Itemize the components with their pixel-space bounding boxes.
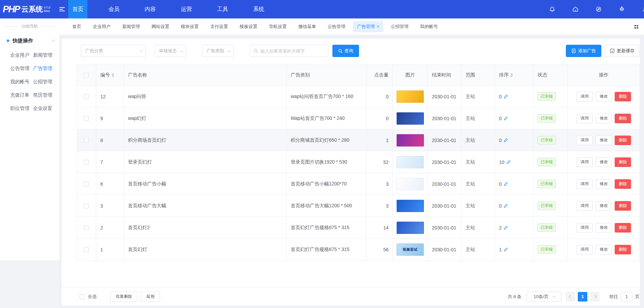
row-checkbox[interactable] xyxy=(84,116,89,121)
footer-select-all-checkbox[interactable] xyxy=(80,294,84,299)
row-checkbox[interactable] xyxy=(84,247,89,252)
page-tab[interactable]: 广告管理× xyxy=(353,21,383,32)
nav-menu-item[interactable]: 系统 xyxy=(249,0,268,18)
compass-icon[interactable] xyxy=(595,6,602,13)
invoke-button[interactable]: 调用 xyxy=(576,179,593,189)
sort-carets-icon[interactable] xyxy=(510,73,513,77)
delete-button[interactable]: 删除 xyxy=(615,201,631,211)
row-checkbox[interactable] xyxy=(84,94,89,99)
quick-link[interactable]: 企业设置 xyxy=(33,106,56,112)
header-id[interactable]: 编号 xyxy=(96,65,124,85)
invoke-button[interactable]: 调用 xyxy=(576,201,593,211)
quick-link[interactable]: 广告管理 xyxy=(33,66,56,72)
collapse-caret-icon[interactable] xyxy=(52,39,55,43)
invoke-button[interactable]: 调用 xyxy=(576,114,593,123)
page-number-current[interactable]: 1 xyxy=(578,292,587,302)
row-checkbox[interactable] xyxy=(84,160,89,165)
header-sort[interactable]: 排序 xyxy=(495,65,533,85)
page-tab[interactable]: 公告管理 xyxy=(324,21,349,32)
page-tab[interactable]: 公招管理 xyxy=(387,21,413,32)
bell-icon[interactable] xyxy=(549,6,556,13)
tab-overflow-grid-icon[interactable] xyxy=(634,25,639,29)
batch-delete-button[interactable]: 批量删除 xyxy=(110,292,138,302)
page-size-select[interactable]: 10条/页 xyxy=(527,292,561,302)
edit-sort-pencil-icon[interactable] xyxy=(504,204,508,208)
nav-menu-item[interactable]: 首页 xyxy=(68,0,87,18)
edit-sort-pencil-icon[interactable] xyxy=(504,94,508,99)
ad-type-select[interactable]: 广告类型 xyxy=(202,45,233,57)
page-tab[interactable]: 导航设置 xyxy=(265,21,291,32)
add-ad-button[interactable]: 添加广告 xyxy=(566,45,601,57)
invoke-button[interactable]: 调用 xyxy=(576,136,593,145)
page-tab[interactable]: 首页 xyxy=(68,21,85,32)
tab-close-icon[interactable]: × xyxy=(377,24,379,29)
edit-sort-pencil-icon[interactable] xyxy=(504,182,508,186)
nav-menu-item[interactable]: 内容 xyxy=(141,0,160,18)
invoke-button[interactable]: 调用 xyxy=(576,92,593,101)
quick-link[interactable]: 公告管理 xyxy=(10,66,33,72)
page-tab[interactable]: 我的帐号 xyxy=(416,21,442,32)
edit-sort-pencil-icon[interactable] xyxy=(504,116,508,121)
page-tab[interactable]: 网站设置 xyxy=(147,21,173,32)
page-tab[interactable]: 企业用户 xyxy=(89,21,115,32)
quick-actions-header[interactable]: 快捷操作 xyxy=(5,38,55,44)
quick-link[interactable]: 充值订单 xyxy=(10,92,33,98)
edit-button[interactable]: 修改 xyxy=(596,136,612,145)
delete-button[interactable]: 删除 xyxy=(615,245,631,254)
page-tab[interactable]: 模块设置 xyxy=(177,21,203,32)
home-icon[interactable] xyxy=(572,6,579,13)
postpone-button[interactable]: 延期 xyxy=(141,292,160,302)
prev-page-button[interactable] xyxy=(566,292,575,302)
quick-link[interactable]: 新闻管理 xyxy=(33,52,56,58)
page-tab[interactable]: 支付设置 xyxy=(206,21,232,32)
query-button[interactable]: 查询 xyxy=(332,45,359,57)
quick-link[interactable]: 职位管理 xyxy=(10,106,33,112)
edit-sort-pencil-icon[interactable] xyxy=(504,225,508,230)
row-checkbox[interactable] xyxy=(84,182,89,186)
nav-menu-item[interactable]: 会员 xyxy=(104,0,124,18)
nav-menu-item[interactable]: 运营 xyxy=(177,0,196,18)
page-tab[interactable]: 新闻管理 xyxy=(118,21,144,32)
brush-icon[interactable] xyxy=(618,6,625,13)
refresh-cache-button[interactable]: 更新缓存 xyxy=(605,45,640,57)
edit-sort-pencil-icon[interactable] xyxy=(504,247,508,252)
edit-button[interactable]: 修改 xyxy=(596,223,612,233)
delete-button[interactable]: 删除 xyxy=(615,114,631,123)
invoke-button[interactable]: 调用 xyxy=(576,245,593,254)
delete-button[interactable]: 删除 xyxy=(615,157,631,167)
edit-button[interactable]: 修改 xyxy=(596,245,612,254)
quick-link[interactable]: 公招管理 xyxy=(33,79,56,85)
goto-page-input[interactable] xyxy=(621,292,632,302)
row-checkbox[interactable] xyxy=(84,204,89,208)
page-tab[interactable]: 模板设置 xyxy=(235,21,261,32)
delete-button[interactable]: 删除 xyxy=(615,136,631,145)
page-tab[interactable]: 微信菜单 xyxy=(294,21,320,32)
edit-button[interactable]: 修改 xyxy=(596,157,612,167)
edit-sort-pencil-icon[interactable] xyxy=(504,138,508,142)
ad-category-select[interactable]: 广告分类 xyxy=(81,45,146,57)
user-icon[interactable] xyxy=(642,6,644,13)
edit-button[interactable]: 修改 xyxy=(596,179,612,189)
invoke-button[interactable]: 调用 xyxy=(576,223,593,233)
quick-link[interactable]: 简历管理 xyxy=(33,92,56,98)
nav-menu-item[interactable]: 工具 xyxy=(213,0,232,18)
quick-link[interactable]: 我的帐号 xyxy=(10,79,33,85)
quick-link[interactable]: 企业用户 xyxy=(10,52,33,58)
edit-button[interactable]: 修改 xyxy=(596,114,612,123)
keyword-search-input[interactable] xyxy=(260,48,325,54)
sidebar-collapse-icon[interactable] xyxy=(59,7,67,11)
edit-button[interactable]: 修改 xyxy=(596,92,612,101)
row-checkbox[interactable] xyxy=(84,225,89,230)
select-all-checkbox[interactable] xyxy=(84,73,89,78)
invoke-button[interactable]: 调用 xyxy=(576,157,593,167)
audit-status-select[interactable]: 审核状态 xyxy=(155,45,186,57)
delete-button[interactable]: 删除 xyxy=(615,223,631,233)
row-checkbox[interactable] xyxy=(84,138,89,143)
delete-button[interactable]: 删除 xyxy=(615,179,631,189)
next-page-button[interactable] xyxy=(590,292,600,302)
goto-label: 前往 xyxy=(609,294,618,300)
sort-carets-icon[interactable] xyxy=(112,73,114,77)
edit-sort-pencil-icon[interactable] xyxy=(506,160,511,164)
edit-button[interactable]: 修改 xyxy=(596,201,612,211)
delete-button[interactable]: 删除 xyxy=(615,92,631,101)
